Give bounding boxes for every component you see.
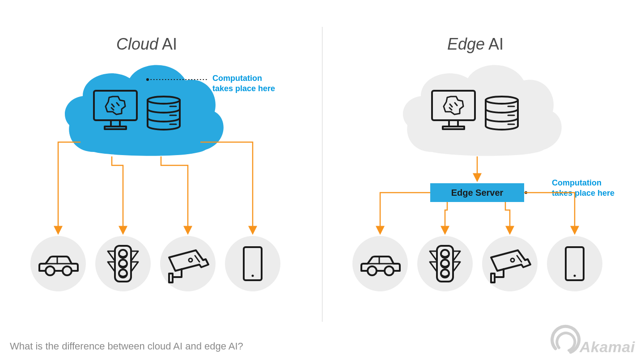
svg-point-26 xyxy=(417,236,473,291)
devices-right xyxy=(352,236,602,291)
brand-logo xyxy=(552,326,579,352)
devices-left xyxy=(30,236,280,291)
svg-point-23 xyxy=(225,236,280,291)
brand-text: Akamai xyxy=(579,338,636,355)
cloud-blue-icon xyxy=(65,65,224,156)
arrows-right xyxy=(380,193,575,232)
cloud-grey-icon xyxy=(403,65,562,156)
svg-point-19 xyxy=(146,78,149,81)
svg-point-28 xyxy=(547,236,602,291)
svg-point-21 xyxy=(95,236,151,291)
diagram-canvas: Akamai xyxy=(0,0,644,362)
